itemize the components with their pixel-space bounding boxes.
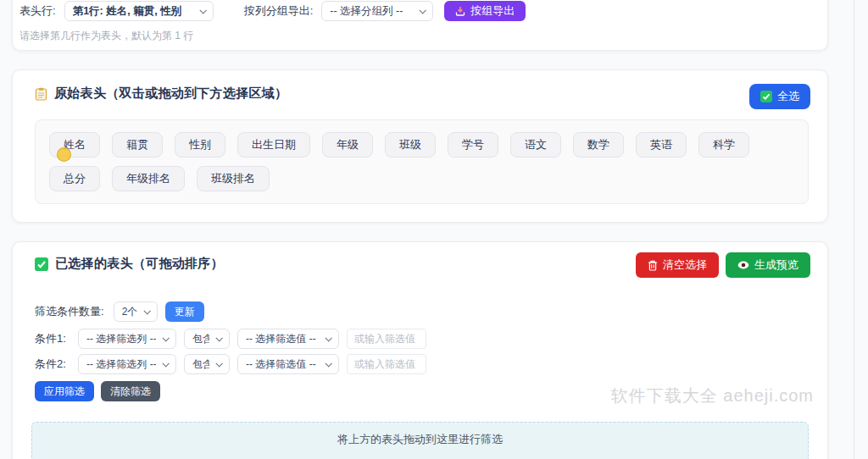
group-column-select-value: -- 选择分组列 --: [330, 4, 403, 19]
filter-dropzone-text: 将上方的表头拖动到这里进行筛选: [337, 432, 503, 459]
filter-condition-row-2: 条件2: -- 选择筛选列 -- 包含 -- 选择筛选值 --: [35, 354, 426, 374]
condition-1-operator-value: 包含: [192, 332, 209, 346]
condition-1-value-value: -- 选择筛选值 --: [246, 332, 316, 346]
filter-dropzone[interactable]: 将上方的表头拖动到这里进行筛选: [31, 422, 809, 459]
condition-2-value-input[interactable]: [347, 354, 426, 374]
header-tag[interactable]: 总分: [49, 166, 100, 191]
toolbar-card: 表头行: 第1行: 姓名, 籍贯, 性别 按列分组导出: -- 选择分组列 --…: [12, 0, 828, 51]
page: 表头行: 第1行: 姓名, 籍贯, 性别 按列分组导出: -- 选择分组列 --…: [0, 0, 868, 459]
selected-headers-card: 已选择的表头（可拖动排序） 清空选择 生成预览 筛选条件数量: 2个: [12, 241, 828, 459]
clipboard-icon: [35, 87, 47, 101]
header-tag[interactable]: 英语: [636, 132, 687, 158]
chevron-down-icon: [420, 7, 426, 14]
chevron-down-icon: [199, 7, 206, 14]
apply-filter-button[interactable]: 应用筛选: [35, 381, 94, 401]
header-tag-label: 班级: [399, 137, 421, 152]
generate-preview-button-label: 生成预览: [754, 257, 798, 273]
filter-condition-row-1: 条件1: -- 选择筛选列 -- 包含 -- 选择筛选值 --: [35, 329, 426, 349]
header-row-label: 表头行:: [19, 3, 56, 19]
header-tag[interactable]: 姓名: [49, 132, 100, 158]
group-export-label: 按列分组导出:: [244, 3, 314, 19]
checkbox-checked-icon: [760, 91, 772, 102]
update-button[interactable]: 更新: [165, 301, 204, 322]
original-headers-title: 原始表头（双击或拖动到下方选择区域）: [54, 86, 287, 102]
chevron-down-icon: [325, 360, 331, 367]
condition-2-operator-value: 包含: [192, 357, 209, 372]
header-tag-label: 语文: [525, 137, 547, 152]
header-tag[interactable]: 科学: [698, 132, 749, 158]
condition-1-value-select[interactable]: -- 选择筛选值 --: [237, 329, 339, 349]
condition-1-column-select[interactable]: -- 选择筛选列 --: [78, 329, 176, 349]
header-tag-label: 性别: [189, 137, 211, 152]
selected-headers-title: 已选择的表头（可拖动排序）: [55, 256, 224, 272]
header-tag-label: 科学: [713, 137, 735, 152]
generate-preview-button[interactable]: 生成预览: [726, 252, 810, 278]
filter-count-label: 筛选条件数量:: [35, 304, 104, 319]
page-right-divider: [854, 0, 854, 459]
header-tag[interactable]: 数学: [573, 132, 624, 158]
chevron-down-icon: [162, 335, 169, 341]
header-tag-label: 数学: [587, 137, 609, 152]
condition-2-operator-select[interactable]: 包含: [184, 354, 230, 374]
header-tag[interactable]: 语文: [510, 132, 561, 158]
trash-icon: [648, 260, 658, 271]
header-row-select-value: 第1行: 姓名, 籍贯, 性别: [73, 4, 181, 19]
group-export-button[interactable]: 按组导出: [444, 1, 526, 21]
header-tag-label: 年级排名: [126, 171, 170, 186]
filter-actions-row: 应用筛选 清除筛选: [35, 381, 160, 401]
watermark: 软件下载大全 aeheji.com: [611, 384, 814, 407]
header-tag-label: 班级排名: [211, 171, 255, 186]
filter-count-select-value: 2个: [122, 305, 137, 319]
chevron-down-icon: [215, 360, 222, 367]
header-tag[interactable]: 出生日期: [237, 132, 310, 158]
apply-filter-button-label: 应用筛选: [44, 384, 85, 399]
clear-selection-button[interactable]: 清空选择: [636, 252, 719, 278]
header-row-select[interactable]: 第1行: 姓名, 籍贯, 性别: [64, 1, 214, 21]
condition-2-value-value: -- 选择筛选值 --: [246, 357, 316, 372]
select-all-button[interactable]: 全选: [749, 84, 810, 109]
chevron-down-icon: [143, 307, 150, 314]
header-tag[interactable]: 年级排名: [112, 166, 185, 191]
download-icon: [455, 6, 465, 16]
header-tag[interactable]: 班级排名: [197, 166, 270, 191]
header-tag[interactable]: 年级: [322, 132, 373, 158]
condition-1-value-input[interactable]: [347, 329, 426, 349]
condition-1-column-value: -- 选择筛选列 --: [86, 332, 156, 346]
clear-filter-button[interactable]: 清除筛选: [101, 381, 160, 401]
chevron-down-icon: [325, 335, 331, 341]
toolbar-hint: 请选择第几行作为表头，默认为第 1 行: [19, 29, 810, 43]
toolbar-row: 表头行: 第1行: 姓名, 籍贯, 性别 按列分组导出: -- 选择分组列 --…: [19, 1, 810, 21]
group-column-select[interactable]: -- 选择分组列 --: [321, 1, 433, 21]
eye-icon: [737, 261, 749, 269]
chevron-down-icon: [162, 360, 169, 367]
filter-count-select[interactable]: 2个: [114, 301, 158, 322]
header-tag-label: 年级: [337, 137, 359, 152]
header-tag-label: 英语: [650, 137, 672, 152]
update-button-label: 更新: [175, 305, 195, 319]
filter-count-row: 筛选条件数量: 2个 更新: [35, 301, 204, 322]
condition-1-operator-select[interactable]: 包含: [184, 329, 230, 349]
original-headers-header: 原始表头（双击或拖动到下方选择区域）: [35, 86, 287, 102]
clear-filter-button-label: 清除筛选: [110, 384, 151, 399]
condition-1-label: 条件1:: [35, 331, 70, 346]
header-tag[interactable]: 籍贯: [112, 132, 163, 158]
condition-2-column-select[interactable]: -- 选择筛选列 --: [78, 354, 176, 374]
original-headers-card: 原始表头（双击或拖动到下方选择区域） 全选 姓名 籍贯 性别 出生日期 年级 班…: [12, 69, 828, 223]
group-export-button-label: 按组导出: [470, 3, 515, 19]
select-all-button-label: 全选: [777, 89, 799, 104]
header-tag[interactable]: 学号: [448, 132, 498, 158]
clear-selection-button-label: 清空选择: [663, 257, 707, 273]
header-tag[interactable]: 性别: [175, 132, 225, 158]
condition-2-column-value: -- 选择筛选列 --: [86, 357, 156, 372]
original-headers-panel: 姓名 籍贯 性别 出生日期 年级 班级 学号 语文 数学 英语 科学 总分 年级…: [35, 119, 809, 204]
header-tag-label: 籍贯: [126, 137, 148, 152]
checkbox-checked-icon: [35, 257, 48, 271]
header-tag[interactable]: 班级: [385, 132, 436, 158]
condition-2-value-select[interactable]: -- 选择筛选值 --: [237, 354, 339, 374]
header-tag-label: 姓名: [64, 137, 86, 152]
selected-headers-header: 已选择的表头（可拖动排序）: [35, 256, 224, 272]
selected-headers-actions: 清空选择 生成预览: [636, 252, 810, 278]
header-tag-label: 学号: [462, 137, 484, 152]
chevron-down-icon: [215, 335, 222, 341]
condition-2-label: 条件2:: [35, 357, 70, 372]
